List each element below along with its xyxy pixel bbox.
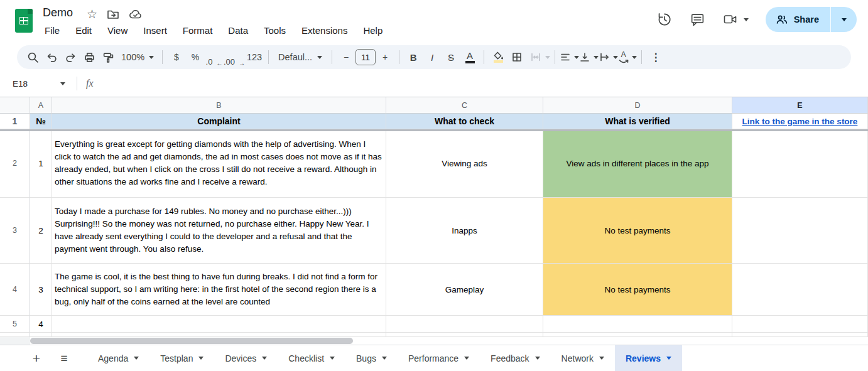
number-format-button[interactable]: 123	[245, 48, 264, 67]
cell-d3[interactable]: No test payments	[543, 198, 732, 264]
comments-icon[interactable]	[690, 12, 705, 28]
more-options-button[interactable]: ⋮	[646, 48, 665, 67]
menu-data[interactable]: Data	[226, 24, 250, 37]
cell-a5[interactable]: 4	[30, 316, 52, 333]
text-color-button[interactable]: A	[460, 48, 479, 67]
sheet-tab-testplan[interactable]: Testplan	[149, 345, 214, 371]
sheet-tab-feedback[interactable]: Feedback	[480, 345, 550, 371]
print-button[interactable]	[80, 48, 99, 67]
sheet-tab-performance[interactable]: Performance	[398, 345, 480, 371]
row-header-5[interactable]: 5	[0, 316, 30, 333]
cloud-status-icon[interactable]	[129, 9, 143, 20]
cell-a1[interactable]: №	[30, 114, 52, 129]
sheets-logo-icon[interactable]	[15, 9, 33, 33]
name-box[interactable]: E18	[0, 79, 60, 89]
row-header-4[interactable]: 4	[0, 264, 30, 316]
menu-format[interactable]: Format	[181, 24, 215, 37]
cell-e6[interactable]	[732, 333, 868, 337]
italic-button[interactable]: I	[423, 48, 442, 67]
all-sheets-button[interactable]: ≡	[53, 348, 75, 369]
menu-extensions[interactable]: Extensions	[300, 24, 349, 37]
strikethrough-button[interactable]: S	[442, 48, 460, 67]
column-header-b[interactable]: B	[52, 97, 386, 114]
font-family-select[interactable]: Defaul...	[273, 48, 327, 67]
cell-c1[interactable]: What to check	[386, 114, 543, 129]
cell-c4[interactable]: Gameplay	[386, 264, 543, 316]
cell-c2[interactable]: Viewing ads	[386, 129, 543, 198]
cell-d4[interactable]: No test payments	[543, 264, 732, 316]
cell-e4[interactable]	[732, 264, 868, 316]
cell-e5[interactable]	[732, 316, 868, 333]
cell-c3[interactable]: Inapps	[386, 198, 543, 264]
font-size-input[interactable]: 11	[355, 49, 376, 65]
fill-color-button[interactable]	[489, 48, 507, 67]
cell-e2[interactable]	[732, 129, 868, 198]
format-percent-button[interactable]: %	[186, 48, 205, 67]
text-wrapping-button[interactable]	[599, 48, 618, 67]
cell-c6[interactable]	[386, 333, 543, 337]
cell-b6[interactable]	[52, 333, 386, 337]
format-currency-button[interactable]: $	[167, 48, 186, 67]
name-box-dropdown-icon[interactable]	[60, 82, 65, 85]
cell-d1[interactable]: What is verified	[543, 114, 732, 129]
menu-view[interactable]: View	[106, 24, 129, 37]
text-rotation-button[interactable]: A	[618, 48, 637, 67]
cell-b5[interactable]	[52, 316, 386, 333]
horizontal-scrollbar-thumb[interactable]	[30, 338, 353, 344]
sheet-tab-agenda[interactable]: Agenda	[87, 345, 149, 371]
increase-decimal-button[interactable]: .00→	[224, 48, 245, 67]
cell-a6[interactable]	[30, 333, 52, 337]
column-header-a[interactable]: A	[30, 97, 52, 114]
zoom-select[interactable]: 100%	[117, 48, 158, 67]
cell-b3[interactable]: Today I made a purchase for 149 rubles. …	[52, 198, 386, 264]
horizontal-align-button[interactable]	[560, 48, 579, 67]
share-button[interactable]: Share	[766, 7, 830, 32]
column-header-c[interactable]: C	[386, 97, 543, 114]
menu-tools[interactable]: Tools	[262, 24, 288, 37]
sheet-tab-reviews-active[interactable]: Reviews	[615, 345, 682, 371]
menu-insert[interactable]: Insert	[141, 24, 169, 37]
column-header-e-selected[interactable]: E	[732, 97, 868, 114]
add-sheet-button[interactable]: +	[26, 348, 47, 369]
menu-edit[interactable]: Edit	[73, 24, 94, 37]
menu-file[interactable]: File	[43, 24, 62, 37]
paint-format-button[interactable]	[99, 48, 117, 67]
row-header-6[interactable]	[0, 333, 30, 337]
store-link[interactable]: Link to the game in the store	[742, 117, 858, 126]
frozen-row-divider[interactable]	[0, 129, 868, 131]
decrease-decimal-button[interactable]: .0←	[205, 48, 224, 67]
cell-d5[interactable]	[543, 316, 732, 333]
select-all-corner[interactable]	[0, 97, 30, 114]
cell-e3[interactable]	[732, 198, 868, 264]
cell-b2[interactable]: Everything is great except for getting d…	[52, 129, 386, 198]
menu-help[interactable]: Help	[361, 24, 384, 37]
sheet-tab-bugs[interactable]: Bugs	[345, 345, 398, 371]
cell-d6[interactable]	[543, 333, 732, 337]
row-header-3[interactable]: 3	[0, 198, 30, 264]
cell-b1[interactable]: Complaint	[52, 114, 386, 129]
redo-button[interactable]	[61, 48, 80, 67]
sheet-tab-checklist[interactable]: Checklist	[278, 345, 345, 371]
undo-button[interactable]	[42, 48, 61, 67]
vertical-align-button[interactable]	[579, 48, 599, 67]
sheet-tab-network[interactable]: Network	[551, 345, 615, 371]
share-dropdown-button[interactable]	[830, 7, 857, 32]
cell-e1[interactable]: Link to the game in the store	[732, 114, 868, 129]
cell-c5[interactable]	[386, 316, 543, 333]
cell-a3[interactable]: 2	[30, 198, 52, 264]
version-history-icon[interactable]	[656, 11, 673, 28]
bold-button[interactable]: B	[404, 48, 423, 67]
sheet-tab-devices[interactable]: Devices	[214, 345, 278, 371]
move-to-folder-icon[interactable]	[107, 9, 119, 20]
cell-b4[interactable]: The game is cool, it is the best thing t…	[52, 264, 386, 316]
column-header-d[interactable]: D	[543, 97, 732, 114]
cell-a2[interactable]: 1	[30, 129, 52, 198]
row-header-2[interactable]: 2	[0, 129, 30, 198]
cell-a4[interactable]: 3	[30, 264, 52, 316]
search-menus-button[interactable]	[23, 48, 42, 67]
join-call-control[interactable]	[722, 12, 749, 27]
decrease-font-size-button[interactable]: −	[337, 48, 355, 67]
row-header-1[interactable]: 1	[0, 114, 30, 129]
increase-font-size-button[interactable]: +	[376, 48, 394, 67]
borders-button[interactable]	[507, 48, 526, 67]
